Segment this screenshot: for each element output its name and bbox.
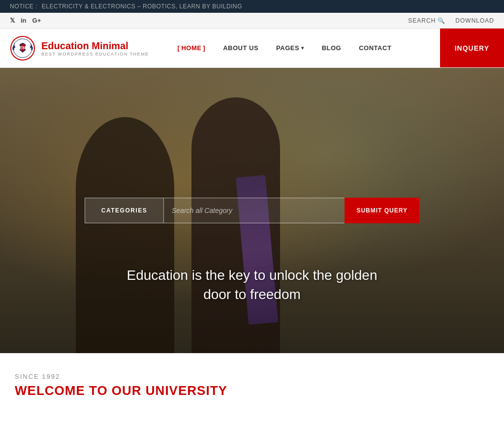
nav-item-contact[interactable]: CONTACT [350,29,400,67]
since-label: SINCE 1992 [15,373,489,380]
notice-text: ELECTRICITY & ELECTRONICS – ROBOTICS, LE… [42,3,242,10]
welcome-title: WELCOME TO OUR UNIVERSITY [15,383,489,398]
search-icon: 🔍 [438,17,445,24]
logo-emblem: EM [10,35,35,61]
social-bar: 𝕏 in G+ SEARCH 🔍 DOWNLOAD [0,13,504,29]
hero-section: CATEGORIES SUBMIT QUERY Education is the… [0,68,504,353]
hero-tagline-text: Education is the key to unlock the golde… [114,266,390,304]
header: EM Education Minimal BEST WORDPRESS EDUC… [0,29,504,68]
logo-area: EM Education Minimal BEST WORDPRESS EDUC… [0,35,159,61]
nav-item-about[interactable]: ABOUT US [214,29,267,67]
social-icons: 𝕏 in G+ [10,17,41,24]
svg-text:EM: EM [19,45,26,50]
logo-name: Education Minimal [41,40,149,52]
nav-item-home[interactable]: HOME [169,29,215,67]
categories-button[interactable]: CATEGORIES [85,198,163,223]
nav-item-blog[interactable]: BLOG [313,29,350,67]
hero-tagline: Education is the key to unlock the golde… [114,266,390,304]
social-right: SEARCH 🔍 DOWNLOAD [408,17,494,24]
linkedin-icon[interactable]: in [21,17,27,24]
notice-bar: NOTICE : ELECTRICITY & ELECTRONICS – ROB… [0,0,504,13]
search-input[interactable] [163,198,345,223]
search-label: SEARCH [408,17,436,24]
notice-prefix: NOTICE : [10,3,37,10]
logo-tagline: BEST WORDPRESS EDUCATION THEME [41,52,149,57]
googleplus-icon[interactable]: G+ [32,17,41,24]
inquiry-button[interactable]: INQUERY [440,29,504,67]
search-link[interactable]: SEARCH 🔍 [408,17,445,24]
hero-search-bar: CATEGORIES SUBMIT QUERY [85,198,419,223]
pages-chevron-icon: ▾ [301,45,304,51]
twitter-icon[interactable]: 𝕏 [10,17,15,24]
nav-item-pages[interactable]: PAGES ▾ [267,29,313,67]
submit-query-button[interactable]: SUBMIT QUERY [345,198,419,223]
logo-text: Education Minimal BEST WORDPRESS EDUCATI… [41,40,149,57]
download-link[interactable]: DOWNLOAD [455,17,494,24]
nav: HOME ABOUT US PAGES ▾ BLOG CONTACT [159,29,440,67]
since-section: SINCE 1992 WELCOME TO OUR UNIVERSITY [0,353,504,408]
